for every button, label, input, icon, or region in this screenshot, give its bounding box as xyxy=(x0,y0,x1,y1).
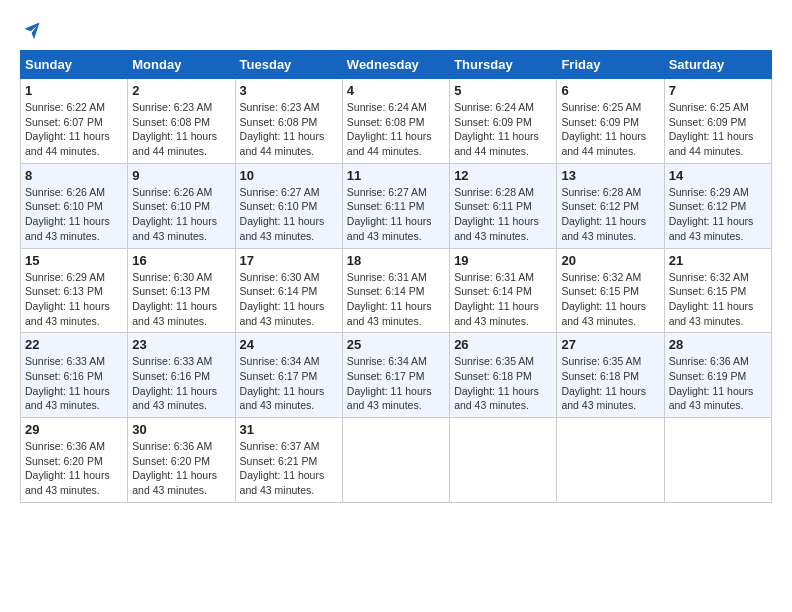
daylight-label: Daylight: 11 hours and 43 minutes. xyxy=(454,215,539,242)
day-number: 28 xyxy=(669,337,767,352)
sunset-label: Sunset: 6:07 PM xyxy=(25,116,103,128)
day-info: Sunrise: 6:22 AM Sunset: 6:07 PM Dayligh… xyxy=(25,100,123,159)
daylight-label: Daylight: 11 hours and 44 minutes. xyxy=(454,130,539,157)
sunrise-label: Sunrise: 6:36 AM xyxy=(132,440,212,452)
calendar-week-row: 22 Sunrise: 6:33 AM Sunset: 6:16 PM Dayl… xyxy=(21,333,772,418)
calendar-day-cell: 24 Sunrise: 6:34 AM Sunset: 6:17 PM Dayl… xyxy=(235,333,342,418)
daylight-label: Daylight: 11 hours and 43 minutes. xyxy=(25,469,110,496)
sunrise-label: Sunrise: 6:24 AM xyxy=(454,101,534,113)
calendar-day-cell: 8 Sunrise: 6:26 AM Sunset: 6:10 PM Dayli… xyxy=(21,163,128,248)
day-number: 17 xyxy=(240,253,338,268)
day-number: 4 xyxy=(347,83,445,98)
sunrise-label: Sunrise: 6:36 AM xyxy=(25,440,105,452)
day-number: 6 xyxy=(561,83,659,98)
calendar-day-cell: 16 Sunrise: 6:30 AM Sunset: 6:13 PM Dayl… xyxy=(128,248,235,333)
empty-calendar-cell xyxy=(664,418,771,503)
daylight-label: Daylight: 11 hours and 43 minutes. xyxy=(454,300,539,327)
day-number: 13 xyxy=(561,168,659,183)
sunset-label: Sunset: 6:08 PM xyxy=(240,116,318,128)
day-info: Sunrise: 6:30 AM Sunset: 6:14 PM Dayligh… xyxy=(240,270,338,329)
sunrise-label: Sunrise: 6:27 AM xyxy=(347,186,427,198)
sunrise-label: Sunrise: 6:28 AM xyxy=(561,186,641,198)
day-info: Sunrise: 6:32 AM Sunset: 6:15 PM Dayligh… xyxy=(669,270,767,329)
day-info: Sunrise: 6:31 AM Sunset: 6:14 PM Dayligh… xyxy=(347,270,445,329)
daylight-label: Daylight: 11 hours and 43 minutes. xyxy=(347,300,432,327)
day-number: 16 xyxy=(132,253,230,268)
day-info: Sunrise: 6:34 AM Sunset: 6:17 PM Dayligh… xyxy=(347,354,445,413)
sunrise-label: Sunrise: 6:23 AM xyxy=(132,101,212,113)
day-number: 14 xyxy=(669,168,767,183)
sunset-label: Sunset: 6:14 PM xyxy=(347,285,425,297)
sunset-label: Sunset: 6:19 PM xyxy=(669,370,747,382)
sunrise-label: Sunrise: 6:29 AM xyxy=(669,186,749,198)
sunset-label: Sunset: 6:20 PM xyxy=(25,455,103,467)
day-number: 22 xyxy=(25,337,123,352)
sunset-label: Sunset: 6:18 PM xyxy=(454,370,532,382)
calendar-day-cell: 30 Sunrise: 6:36 AM Sunset: 6:20 PM Dayl… xyxy=(128,418,235,503)
sunrise-label: Sunrise: 6:33 AM xyxy=(132,355,212,367)
daylight-label: Daylight: 11 hours and 44 minutes. xyxy=(669,130,754,157)
calendar-week-row: 15 Sunrise: 6:29 AM Sunset: 6:13 PM Dayl… xyxy=(21,248,772,333)
day-number: 9 xyxy=(132,168,230,183)
sunrise-label: Sunrise: 6:37 AM xyxy=(240,440,320,452)
daylight-label: Daylight: 11 hours and 43 minutes. xyxy=(132,469,217,496)
daylight-label: Daylight: 11 hours and 43 minutes. xyxy=(561,385,646,412)
calendar-day-cell: 21 Sunrise: 6:32 AM Sunset: 6:15 PM Dayl… xyxy=(664,248,771,333)
day-number: 25 xyxy=(347,337,445,352)
day-info: Sunrise: 6:27 AM Sunset: 6:10 PM Dayligh… xyxy=(240,185,338,244)
sunset-label: Sunset: 6:08 PM xyxy=(347,116,425,128)
calendar-header-row: SundayMondayTuesdayWednesdayThursdayFrid… xyxy=(21,51,772,79)
calendar-day-cell: 15 Sunrise: 6:29 AM Sunset: 6:13 PM Dayl… xyxy=(21,248,128,333)
day-info: Sunrise: 6:30 AM Sunset: 6:13 PM Dayligh… xyxy=(132,270,230,329)
day-number: 10 xyxy=(240,168,338,183)
sunrise-label: Sunrise: 6:33 AM xyxy=(25,355,105,367)
calendar-day-cell: 3 Sunrise: 6:23 AM Sunset: 6:08 PM Dayli… xyxy=(235,79,342,164)
sunrise-label: Sunrise: 6:29 AM xyxy=(25,271,105,283)
daylight-label: Daylight: 11 hours and 44 minutes. xyxy=(561,130,646,157)
day-info: Sunrise: 6:29 AM Sunset: 6:12 PM Dayligh… xyxy=(669,185,767,244)
calendar-day-cell: 17 Sunrise: 6:30 AM Sunset: 6:14 PM Dayl… xyxy=(235,248,342,333)
calendar-day-cell: 18 Sunrise: 6:31 AM Sunset: 6:14 PM Dayl… xyxy=(342,248,449,333)
calendar-day-cell: 1 Sunrise: 6:22 AM Sunset: 6:07 PM Dayli… xyxy=(21,79,128,164)
sunset-label: Sunset: 6:09 PM xyxy=(454,116,532,128)
day-info: Sunrise: 6:28 AM Sunset: 6:11 PM Dayligh… xyxy=(454,185,552,244)
day-number: 20 xyxy=(561,253,659,268)
day-info: Sunrise: 6:28 AM Sunset: 6:12 PM Dayligh… xyxy=(561,185,659,244)
calendar-day-cell: 23 Sunrise: 6:33 AM Sunset: 6:16 PM Dayl… xyxy=(128,333,235,418)
day-number: 30 xyxy=(132,422,230,437)
day-info: Sunrise: 6:27 AM Sunset: 6:11 PM Dayligh… xyxy=(347,185,445,244)
day-number: 5 xyxy=(454,83,552,98)
day-number: 8 xyxy=(25,168,123,183)
daylight-label: Daylight: 11 hours and 43 minutes. xyxy=(240,469,325,496)
day-info: Sunrise: 6:35 AM Sunset: 6:18 PM Dayligh… xyxy=(561,354,659,413)
sunset-label: Sunset: 6:09 PM xyxy=(669,116,747,128)
daylight-label: Daylight: 11 hours and 43 minutes. xyxy=(347,385,432,412)
day-number: 7 xyxy=(669,83,767,98)
calendar-day-cell: 28 Sunrise: 6:36 AM Sunset: 6:19 PM Dayl… xyxy=(664,333,771,418)
daylight-label: Daylight: 11 hours and 43 minutes. xyxy=(240,215,325,242)
sunset-label: Sunset: 6:13 PM xyxy=(132,285,210,297)
daylight-label: Daylight: 11 hours and 43 minutes. xyxy=(561,300,646,327)
day-number: 1 xyxy=(25,83,123,98)
calendar-week-row: 29 Sunrise: 6:36 AM Sunset: 6:20 PM Dayl… xyxy=(21,418,772,503)
day-info: Sunrise: 6:29 AM Sunset: 6:13 PM Dayligh… xyxy=(25,270,123,329)
day-number: 3 xyxy=(240,83,338,98)
day-number: 27 xyxy=(561,337,659,352)
sunset-label: Sunset: 6:15 PM xyxy=(561,285,639,297)
day-info: Sunrise: 6:25 AM Sunset: 6:09 PM Dayligh… xyxy=(669,100,767,159)
day-number: 11 xyxy=(347,168,445,183)
day-info: Sunrise: 6:25 AM Sunset: 6:09 PM Dayligh… xyxy=(561,100,659,159)
calendar-day-cell: 26 Sunrise: 6:35 AM Sunset: 6:18 PM Dayl… xyxy=(450,333,557,418)
sunrise-label: Sunrise: 6:24 AM xyxy=(347,101,427,113)
day-info: Sunrise: 6:36 AM Sunset: 6:20 PM Dayligh… xyxy=(25,439,123,498)
sunrise-label: Sunrise: 6:30 AM xyxy=(132,271,212,283)
calendar-day-header: Sunday xyxy=(21,51,128,79)
day-number: 21 xyxy=(669,253,767,268)
calendar-day-header: Friday xyxy=(557,51,664,79)
sunrise-label: Sunrise: 6:32 AM xyxy=(561,271,641,283)
calendar-day-cell: 10 Sunrise: 6:27 AM Sunset: 6:10 PM Dayl… xyxy=(235,163,342,248)
day-info: Sunrise: 6:32 AM Sunset: 6:15 PM Dayligh… xyxy=(561,270,659,329)
sunrise-label: Sunrise: 6:25 AM xyxy=(669,101,749,113)
daylight-label: Daylight: 11 hours and 43 minutes. xyxy=(240,385,325,412)
calendar-day-header: Tuesday xyxy=(235,51,342,79)
